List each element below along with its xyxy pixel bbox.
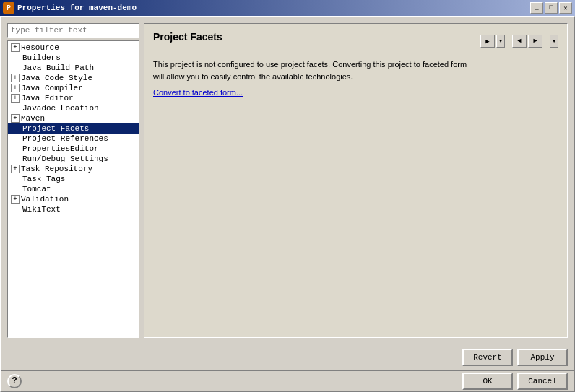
dialog-body: + Resource Builders Java Build Path + Ja…	[1, 17, 574, 344]
tree-item-builders[interactable]: Builders	[8, 53, 139, 63]
status-bar: ? OK Cancel	[1, 370, 574, 391]
expand-icon-resource: +	[11, 43, 20, 52]
tree-label-wiki-text: WikiText	[22, 205, 61, 214]
nav-fwd2-button[interactable]: ►	[528, 35, 542, 48]
nav-forward-button[interactable]: ▶	[480, 35, 495, 48]
tree-item-javadoc-location[interactable]: Javadoc Location	[8, 103, 139, 113]
app-icon: P	[3, 2, 14, 14]
tree-label-maven: Maven	[21, 114, 45, 123]
tree-label-javadoc-location: Javadoc Location	[22, 104, 99, 113]
close-button[interactable]: ✕	[559, 2, 572, 14]
left-panel: + Resource Builders Java Build Path + Ja…	[7, 23, 139, 338]
main-dialog: + Resource Builders Java Build Path + Ja…	[0, 16, 575, 392]
maximize-button[interactable]: □	[545, 2, 558, 14]
tree-label-task-repository: Task Repository	[21, 165, 92, 173]
apply-button[interactable]: Apply	[517, 349, 568, 366]
tree-label-java-code-style: Java Code Style	[21, 74, 92, 82]
tree-label-tomcat: Tomcat	[22, 185, 51, 193]
expand-icon-validation: +	[11, 195, 20, 204]
expand-icon-java-editor: +	[11, 94, 20, 103]
tree-label-validation: Validation	[21, 195, 69, 204]
tree-item-run-debug-settings[interactable]: Run/Debug Settings	[8, 154, 139, 164]
tree-label-run-debug-settings: Run/Debug Settings	[22, 154, 108, 163]
bottom-right-buttons: OK Cancel	[462, 373, 568, 390]
nav-back-button[interactable]: ◄	[512, 35, 527, 48]
right-panel: Project Facets ▶ ▼ ◄ ► ▼ This project is…	[144, 23, 568, 338]
revert-button[interactable]: Revert	[462, 349, 513, 366]
minimize-button[interactable]: _	[530, 2, 543, 14]
tree-panel: + Resource Builders Java Build Path + Ja…	[7, 40, 139, 338]
tree-label-resource: Resource	[21, 43, 59, 52]
title-bar-buttons: _ □ ✕	[530, 2, 572, 14]
nav-menu-button[interactable]: ▼	[550, 35, 558, 48]
tree-item-properties-editor[interactable]: PropertiesEditor	[8, 144, 139, 154]
help-button[interactable]: ?	[7, 374, 22, 388]
tree-item-java-compiler[interactable]: + Java Compiler	[8, 83, 139, 93]
tree-label-java-editor: Java Editor	[21, 94, 74, 103]
tree-item-wiki-text[interactable]: WikiText	[8, 204, 139, 214]
tree-item-resource[interactable]: + Resource	[8, 43, 139, 53]
tree-item-task-tags[interactable]: Task Tags	[8, 174, 139, 184]
tree-item-project-facets[interactable]: Project Facets	[8, 123, 139, 134]
tree-label-task-tags: Task Tags	[22, 175, 65, 183]
nav-arrows: ▶ ▼ ◄ ► ▼	[480, 35, 558, 48]
tree-item-java-editor[interactable]: + Java Editor	[8, 93, 139, 103]
ok-button[interactable]: OK	[462, 373, 513, 390]
tree-label-project-references: Project References	[22, 134, 108, 143]
tree-label-builders: Builders	[22, 53, 61, 62]
tree-item-project-references[interactable]: Project References	[8, 134, 139, 144]
tree-item-validation[interactable]: + Validation	[8, 194, 139, 204]
tree-label-properties-editor: PropertiesEditor	[22, 144, 99, 153]
title-bar: P Properties for maven-demo _ □ ✕	[0, 0, 575, 16]
expand-icon-java-compiler: +	[11, 84, 20, 92]
tree-label-java-build-path: Java Build Path	[22, 64, 94, 72]
nav-dropdown-button[interactable]: ▼	[496, 35, 505, 48]
expand-icon-maven: +	[11, 114, 20, 123]
convert-link[interactable]: Convert to faceted form...	[153, 88, 558, 97]
title-bar-text: Properties for maven-demo	[17, 4, 527, 12]
expand-icon-java-code-style: +	[11, 74, 20, 82]
bottom-bar: Revert Apply	[1, 344, 574, 370]
tree-item-maven[interactable]: + Maven	[8, 113, 139, 123]
panel-message: This project is not configured to use pr…	[153, 58, 558, 82]
tree-item-java-code-style[interactable]: + Java Code Style	[8, 73, 139, 83]
tree-label-java-compiler: Java Compiler	[21, 84, 83, 92]
cancel-button[interactable]: Cancel	[517, 373, 568, 390]
tree-item-task-repository[interactable]: + Task Repository	[8, 164, 139, 174]
panel-title: Project Facets	[153, 31, 222, 43]
expand-icon-task-repository: +	[11, 165, 20, 173]
tree-label-project-facets: Project Facets	[22, 124, 89, 133]
tree-item-java-build-path[interactable]: Java Build Path	[8, 63, 139, 73]
filter-input[interactable]	[7, 23, 139, 38]
right-header: Project Facets ▶ ▼ ◄ ► ▼	[153, 31, 558, 51]
tree-item-tomcat[interactable]: Tomcat	[8, 184, 139, 194]
